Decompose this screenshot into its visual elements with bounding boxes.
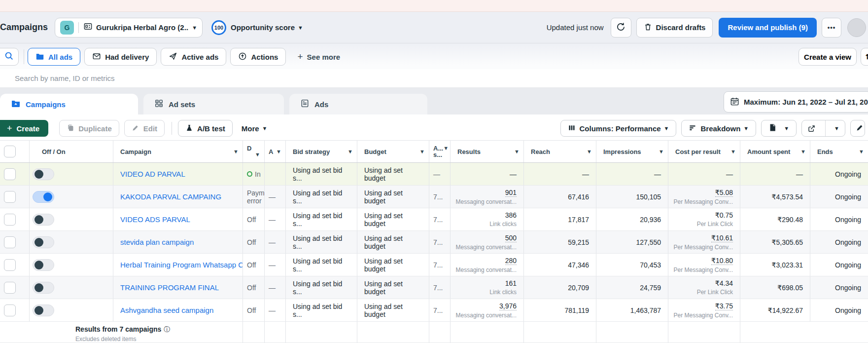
refresh-button[interactable] [611, 18, 631, 38]
row-checkbox[interactable] [4, 282, 16, 294]
filter-had-delivery[interactable]: Had delivery [84, 48, 157, 66]
ends-cell: Ongoing [810, 254, 868, 276]
row-checkbox[interactable] [4, 214, 16, 226]
results-indicator: Link clicks [489, 289, 517, 296]
results-summary: Results from 7 campaignsⓘ Excludes delet… [0, 322, 243, 343]
divider [24, 49, 24, 64]
filter-caret-icon[interactable]: ▼ [233, 149, 239, 154]
filter-all-ads[interactable]: All ads [28, 48, 80, 66]
filter-caret-icon[interactable]: ▼ [347, 149, 353, 154]
reports-button[interactable]: ▼ [761, 120, 797, 137]
header-select-all[interactable] [0, 141, 30, 162]
campaign-toggle[interactable] [33, 191, 54, 203]
bid-strategy-cell: Using ad set bid s... [286, 208, 357, 230]
header-reach[interactable]: Reach▼ [524, 141, 596, 162]
folder-icon [35, 52, 48, 62]
header-amount-spent[interactable]: Amount spent▼ [740, 141, 810, 162]
header-impressions[interactable]: Impressions▼ [596, 141, 668, 162]
filter-caret-icon[interactable]: ▼ [419, 149, 425, 154]
header-results[interactable]: Results▼ [451, 141, 524, 162]
filter-caret-icon[interactable]: ▼ [800, 149, 806, 154]
header-delivery[interactable]: D▼ [243, 141, 265, 162]
campaign-link[interactable]: Herbal Training Program Whatsapp Campaig… [120, 261, 243, 269]
campaign-toggle[interactable] [33, 305, 54, 316]
filter-actions[interactable]: Actions [230, 48, 286, 66]
search-filter-button[interactable] [0, 48, 19, 66]
campaign-link[interactable]: VIDEO AD PARVAL [120, 170, 185, 178]
opportunity-score-badge: 100 [211, 20, 226, 35]
header-attribution[interactable]: A...▼s... [429, 141, 451, 162]
filter-active-ads[interactable]: Active ads [161, 48, 226, 66]
more-options-button[interactable]: ••• [822, 18, 841, 38]
filter-caret-icon[interactable]: ▼ [859, 149, 864, 154]
filter-caret-icon[interactable]: ▼ [514, 149, 520, 154]
campaign-link[interactable]: VIDEO ADS PARVAL [120, 215, 190, 224]
reach-value: 20,709 [568, 284, 589, 292]
campaign-toggle[interactable] [33, 259, 54, 271]
filter-caret-icon[interactable]: ▼ [276, 149, 281, 154]
filter-caret-icon[interactable]: ▼ [255, 152, 260, 158]
row-checkbox[interactable] [4, 305, 16, 316]
row-checkbox[interactable] [4, 191, 16, 203]
budget-cell: Using ad set budget [357, 163, 429, 185]
create-button[interactable]: + Create [0, 120, 48, 137]
more-actions-button[interactable]: More ▼ [238, 120, 272, 137]
breakdown-button[interactable]: Breakdown ▼ [681, 120, 756, 137]
campaign-toggle[interactable] [33, 168, 54, 180]
columns-button[interactable]: Columns: Performance ▼ [560, 120, 677, 137]
header-campaign[interactable]: Campaign▼ [113, 141, 243, 162]
tab-ads[interactable]: Ads [289, 94, 427, 114]
toggle-knob [35, 283, 43, 292]
see-more-label: See more [307, 53, 341, 61]
campaign-name-cell: VIDEO AD PARVAL [113, 163, 243, 185]
top-notice-strip [0, 0, 868, 12]
campaign-toggle[interactable] [33, 214, 54, 226]
edit-button[interactable]: Edit [124, 120, 165, 137]
header-actions-col[interactable]: A▼ [265, 141, 286, 162]
row-checkbox[interactable] [4, 236, 16, 248]
tab-ad-sets[interactable]: Ad sets [143, 94, 284, 114]
campaign-link[interactable]: TRAINING PROGRAM FINAL [120, 283, 219, 292]
filter-caret-icon[interactable]: ▼ [659, 149, 664, 154]
review-and-publish-button[interactable]: Review and publish (9) [719, 18, 817, 38]
see-more-button[interactable]: + See more [290, 48, 347, 66]
more-label: More [242, 124, 259, 133]
header-ends[interactable]: Ends▼ [810, 141, 868, 162]
duplicate-button[interactable]: Duplicate [59, 120, 119, 137]
plus-icon: + [7, 123, 12, 134]
user-avatar[interactable] [847, 18, 866, 37]
date-range-selector[interactable]: Maximum: Jun 21, 2022 – Jul 21, 2025 ▼ [724, 91, 868, 113]
ab-test-button[interactable]: A/B test [178, 120, 233, 137]
search-input[interactable] [15, 74, 458, 82]
header-budget[interactable]: Budget▼ [357, 141, 429, 162]
ends-cell: Ongoing [810, 231, 868, 253]
create-a-view-button[interactable]: Create a view [799, 48, 857, 66]
info-icon[interactable]: ⓘ [164, 326, 170, 333]
header-cost-per-result[interactable]: Cost per result▼ [668, 141, 740, 162]
ends-cell: Ongoing [810, 208, 868, 230]
campaign-toggle[interactable] [33, 236, 54, 248]
edit-chart-button[interactable] [850, 120, 865, 137]
row-checkbox[interactable] [4, 259, 16, 271]
row-checkbox[interactable] [4, 168, 16, 180]
filter-caret-icon[interactable]: ▼ [730, 149, 736, 154]
campaign-link[interactable]: stevida plan campaign [120, 238, 194, 246]
export-options-half[interactable]: ▼ [825, 120, 845, 136]
campaign-name-cell: KAKODA PARVAL CAMPAING [113, 186, 243, 208]
delivery-cell: Off [243, 254, 265, 276]
discard-drafts-button[interactable]: Discard drafts [636, 18, 713, 38]
view-settings-button[interactable]: ⇅ [861, 48, 868, 66]
campaign-link[interactable]: Ashvgandha seed campaign [120, 306, 213, 314]
account-selector[interactable]: G Gurukripa Herbal Agro (2... ▼ [55, 18, 203, 38]
tab-campaigns[interactable]: Campaigns [0, 94, 138, 114]
amount-spent-value: ₹4,573.54 [772, 193, 803, 201]
impressions-cell: 70,453 [596, 254, 668, 276]
select-all-checkbox[interactable] [4, 146, 16, 157]
export-button[interactable]: ▼ [801, 120, 845, 137]
filter-caret-icon[interactable]: ▼ [587, 149, 592, 154]
filter-caret-icon[interactable]: ▼ [443, 145, 449, 152]
campaign-link[interactable]: KAKODA PARVAL CAMPAING [120, 192, 221, 201]
opportunity-score-button[interactable]: 100 Opportunity score ▼ [211, 20, 303, 35]
header-bid-strategy[interactable]: Bid strategy▼ [286, 141, 357, 162]
campaign-toggle[interactable] [33, 282, 54, 294]
